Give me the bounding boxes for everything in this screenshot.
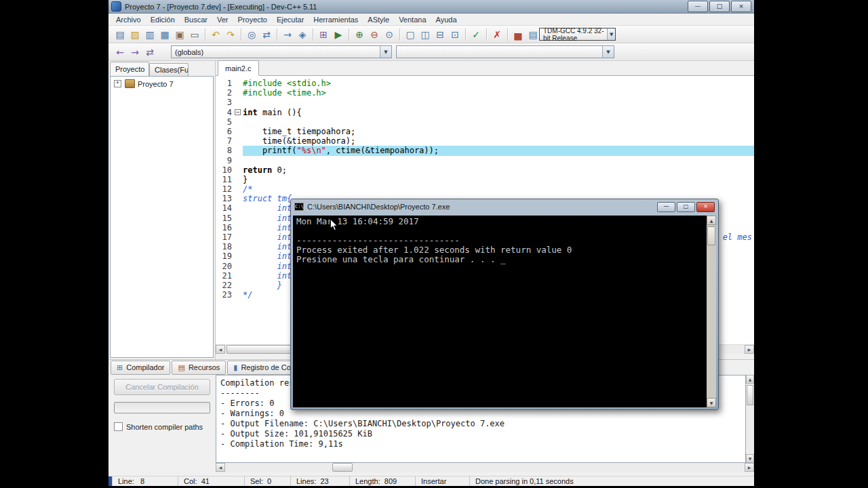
toolbar-main-icons: ▤▨▥▦▣▭↶↷◎⇄→◈⊞▶⊕⊖⊙▢◫⊟⊡✓✗▅▤ (113, 28, 540, 41)
save-icon[interactable]: ▥ (143, 28, 157, 41)
save-all-icon[interactable]: ▦ (158, 28, 172, 41)
toolbar-separator (486, 28, 487, 41)
console-scrollbar[interactable]: ▲ ▼ (707, 216, 716, 407)
log-vscrollbar[interactable]: ▲ ▼ (746, 375, 754, 463)
shorten-paths-checkbox[interactable] (114, 422, 123, 431)
goto-line-icon[interactable]: → (281, 28, 294, 41)
log-line: - Compilation Time: 9,11s (220, 439, 745, 449)
cascade-windows-icon[interactable]: ▢ (403, 28, 417, 41)
menu-item-ver[interactable]: Ver (212, 14, 233, 25)
toolbar-separator (399, 28, 400, 41)
project-tree[interactable]: + Proyecto 7 (110, 76, 214, 358)
tree-item-project[interactable]: + Proyecto 7 (111, 77, 213, 91)
goto-back-icon[interactable]: ← (113, 45, 127, 59)
maximize-button[interactable]: □ (709, 1, 730, 12)
menu-item-buscar[interactable]: Buscar (180, 14, 212, 25)
scroll-thumb[interactable] (707, 226, 715, 245)
profile-icon[interactable]: ▅ (511, 28, 525, 41)
menu-item-herramientas[interactable]: Herramientas (309, 14, 363, 25)
menu-item-edicion[interactable]: Edición (146, 14, 180, 25)
scroll-left-icon[interactable]: ◀ (216, 463, 225, 472)
sidebar-tab-proyecto[interactable]: Proyecto (110, 62, 149, 76)
print-icon[interactable]: ▭ (188, 28, 201, 41)
new-file-icon[interactable]: ▤ (113, 28, 127, 41)
console-line: Mon Mar 13 16:04:59 2017 (296, 217, 703, 226)
fold-collapse-icon[interactable]: − (235, 109, 241, 115)
console-window[interactable]: C:\ C:\Users\BIANCHI\Desktop\Proyecto 7.… (290, 199, 719, 410)
profiling-log-icon[interactable]: ▤ (526, 28, 540, 41)
syntax-check-icon[interactable]: ✓ (469, 28, 483, 41)
bookmark-icon[interactable]: ◈ (296, 28, 309, 41)
replace-icon[interactable]: ⇄ (260, 28, 273, 41)
tab-main2c[interactable]: main2.c (218, 60, 259, 76)
menu-item-astyle[interactable]: AStyle (363, 14, 394, 25)
open-file-icon[interactable]: ▨ (128, 28, 142, 41)
scroll-up-icon[interactable]: ▲ (746, 375, 754, 384)
minimize-button[interactable]: — (688, 1, 708, 12)
bottom-tab-recursos[interactable]: ▤Recursos (172, 361, 226, 375)
shorten-paths-option: Shorten compiler paths (114, 422, 203, 431)
tree-item-label: Proyecto 7 (138, 80, 174, 88)
close-button[interactable]: × (731, 1, 751, 12)
project-options-icon[interactable]: ⊙ (382, 28, 396, 41)
log-line: - Output Filename: C:\Users\BIANCHI\Desk… (220, 419, 745, 429)
compile-icon[interactable]: ⊞ (317, 28, 330, 41)
status-lines: Lines: 23 (291, 476, 350, 486)
console-titlebar[interactable]: C:\ C:\Users\BIANCHI\Desktop\Proyecto 7.… (291, 199, 718, 214)
console-body[interactable]: Mon Mar 13 16:04:59 2017----------------… (293, 216, 716, 407)
scroll-thumb[interactable] (332, 463, 353, 472)
cancel-compile-button[interactable]: Cancelar Compilación (114, 379, 210, 395)
menu-item-proyecto[interactable]: Proyecto (233, 14, 272, 25)
run-icon[interactable]: ▶ (332, 28, 345, 41)
toolbar-separator (241, 28, 241, 41)
editor-line: 11} (216, 175, 754, 184)
editor-line: 12/* (216, 184, 754, 194)
menu-item-archivo[interactable]: Archivo (111, 14, 146, 25)
sidebar-tab-clasesfun[interactable]: Clases(Fun (149, 63, 189, 76)
combo-arrow-icon: ▼ (607, 28, 615, 40)
goto-forward-icon[interactable]: → (128, 45, 142, 59)
compiler-profile-select[interactable]: TDM-GCC 4.9.2 32-bit Release ▼ (539, 28, 616, 41)
menu-item-ventana[interactable]: Ventana (394, 14, 431, 25)
toolbar-separator (313, 28, 313, 41)
log-hscrollbar[interactable]: ◀ ▶ (216, 463, 754, 472)
globals-select[interactable]: (globals) ▼ (171, 45, 392, 58)
bottom-tab-compilador[interactable]: ⊞Compilador (111, 361, 170, 375)
close-file-icon[interactable]: ▣ (173, 28, 186, 41)
console-close-button[interactable]: × (696, 202, 715, 212)
add-to-project-icon[interactable]: ⊕ (353, 28, 366, 41)
tile-vertical-icon[interactable]: ⊟ (433, 28, 447, 41)
tile-horizontal-icon[interactable]: ◫ (418, 28, 432, 41)
console-title: C:\Users\BIANCHI\Desktop\Proyecto 7.exe (307, 203, 657, 211)
app-window: Proyecto 7 - [Proyecto 7.dev] - [Executi… (108, 0, 754, 486)
log-line: - Output Size: 101,91015625 KiB (220, 429, 745, 439)
bottom-tab-registrodeco[interactable]: ▮Registro de Co (227, 361, 296, 375)
undo-icon[interactable]: ↶ (209, 28, 222, 41)
console-maximize-button[interactable]: □ (677, 202, 695, 212)
console-minimize-button[interactable]: — (657, 202, 675, 212)
scroll-thumb[interactable] (747, 385, 753, 405)
tree-expander-icon[interactable]: + (114, 80, 121, 87)
find-icon[interactable]: ◎ (245, 28, 258, 41)
scroll-right-icon[interactable]: ▶ (745, 463, 754, 472)
abort-compile-icon[interactable]: ✗ (490, 28, 504, 41)
toolbar-separator (465, 28, 466, 41)
scroll-down-icon[interactable]: ▼ (707, 398, 716, 407)
scroll-right-icon[interactable]: ▶ (745, 345, 754, 354)
status-mode: Insertar (416, 476, 470, 486)
remove-from-project-icon[interactable]: ⊖ (368, 28, 381, 41)
editor-tabbar: main2.c (216, 61, 754, 76)
members-select[interactable]: ▼ (396, 45, 614, 58)
menu-item-ejecutar[interactable]: Ejecutar (272, 14, 309, 25)
scroll-down-icon[interactable]: ▼ (746, 454, 754, 463)
combo-arrow-icon: ▼ (380, 46, 391, 58)
scroll-track[interactable] (225, 463, 745, 472)
scroll-up-icon[interactable]: ▲ (707, 216, 716, 225)
fullscreen-icon[interactable]: ⊡ (448, 28, 462, 41)
scroll-left-icon[interactable]: ◀ (216, 345, 225, 354)
editor-line: 4−int main (){ (216, 108, 754, 117)
menu-item-ayuda[interactable]: Ayuda (431, 14, 462, 25)
swap-header-source-icon[interactable]: ⇄ (143, 45, 157, 59)
mouse-cursor (330, 218, 338, 232)
redo-icon[interactable]: ↷ (224, 28, 237, 41)
